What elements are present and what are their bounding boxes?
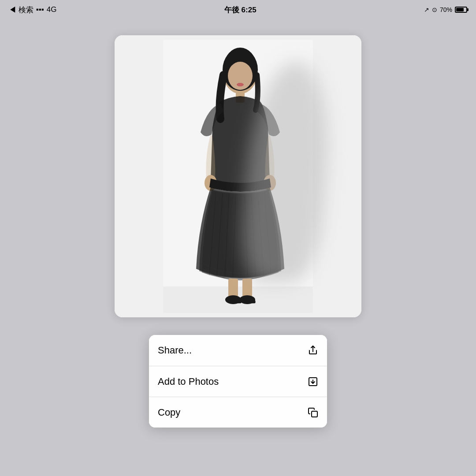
- add-to-photos-label: Add to Photos: [158, 376, 219, 387]
- copy-icon: [308, 407, 318, 418]
- product-image: [115, 35, 361, 317]
- circle-status-icon: ⊙: [432, 6, 437, 13]
- status-bar: ◀ 検索 ▪▪▪ 4G 午後 6:25 ↗ ⊙ 70%: [0, 0, 476, 19]
- status-right: ↗ ⊙ 70%: [424, 6, 467, 13]
- status-left: ◀ 検索 ▪▪▪ 4G: [9, 5, 57, 15]
- location-icon: ↗: [424, 6, 429, 13]
- copy-label: Copy: [158, 407, 180, 418]
- main-content: Share... Add to Photos: [0, 19, 476, 476]
- back-button[interactable]: ◀ 検索: [9, 5, 33, 15]
- content-wrapper: Share... Add to Photos: [0, 28, 476, 432]
- share-icon: [308, 345, 318, 356]
- svg-rect-25: [312, 411, 317, 417]
- battery-icon: [455, 7, 467, 13]
- copy-menu-item[interactable]: Copy: [149, 397, 327, 428]
- add-to-photos-icon: [308, 376, 318, 387]
- add-to-photos-menu-item[interactable]: Add to Photos: [149, 366, 327, 397]
- battery-percent: 70%: [440, 6, 452, 13]
- network-type: 4G: [47, 5, 57, 14]
- status-time: 午後 6:25: [224, 5, 257, 15]
- product-image-card: [115, 35, 361, 317]
- svg-point-6: [237, 83, 244, 86]
- context-menu: Share... Add to Photos: [149, 335, 327, 428]
- signal-icon: ▪▪▪: [36, 5, 44, 14]
- share-label: Share...: [158, 345, 192, 356]
- share-menu-item[interactable]: Share...: [149, 335, 327, 366]
